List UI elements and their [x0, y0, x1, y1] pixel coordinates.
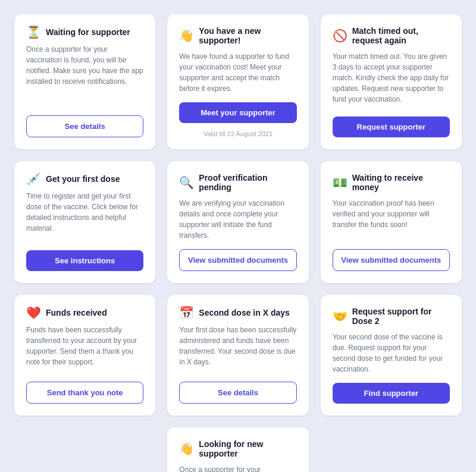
card-btn-new-supporter[interactable]: Meet your supporter — [179, 102, 296, 123]
card-header-request-dose2: 🤝Request support for Dose 2 — [333, 307, 450, 326]
card-title-looking-supporter: Looking for new supporter — [199, 439, 296, 458]
card-desc-first-dose: Time to register and get your first dose… — [26, 191, 143, 242]
card-desc-funds-received: Funds have been successfully transferred… — [26, 325, 143, 373]
card-desc-waiting-supporter: Once a supporter for your vaccination is… — [26, 44, 143, 107]
card-title-request-dose2: Request support for Dose 2 — [352, 307, 450, 326]
card-header-first-dose: 💉Get your first dose — [26, 173, 143, 185]
card-header-proof-verification: 🔍Proof verification pending — [179, 173, 296, 192]
card-icon-proof-verification: 🔍 — [179, 177, 194, 188]
card-desc-match-timed-out: Your match timed out. You are given 3 da… — [333, 51, 450, 108]
card-icon-waiting-money: 💵 — [333, 177, 347, 188]
card-desc-request-dose2: Your second dose of the vaccine is due. … — [333, 332, 450, 375]
card-desc-second-dose: Your first dose has been successfully ad… — [179, 325, 296, 373]
card-icon-waiting-supporter: ⏳ — [26, 26, 41, 38]
card-header-new-supporter: 👋You have a new supporter! — [179, 26, 296, 45]
card-desc-new-supporter: We have found a supporter to fund your v… — [179, 51, 296, 94]
card-btn-funds-received[interactable]: Send thank you note — [26, 382, 143, 404]
card-btn-match-timed-out[interactable]: Request supporter — [333, 117, 450, 137]
card-icon-new-supporter: 👋 — [179, 30, 194, 42]
card-header-waiting-supporter: ⏳Waiting for supporter — [26, 26, 143, 38]
card-title-waiting-supporter: Waiting for supporter — [46, 27, 130, 37]
card-btn-waiting-supporter[interactable]: See details — [26, 115, 143, 137]
card-desc-waiting-money: Your vaccination proof has been verified… — [333, 198, 450, 241]
card-title-proof-verification: Proof verification pending — [199, 173, 296, 192]
card-title-first-dose: Get your first dose — [46, 174, 120, 184]
card-header-second-dose: 📅Second dose in X days — [179, 307, 296, 319]
card-header-waiting-money: 💵Waiting to receive money — [333, 173, 450, 192]
card-match-timed-out: 🚫Match timed out, request againYour matc… — [321, 14, 462, 149]
card-header-match-timed-out: 🚫Match timed out, request again — [333, 26, 450, 45]
card-btn-waiting-money[interactable]: View submitted documents — [333, 249, 450, 271]
card-desc-looking-supporter: Once a supporter for your vaccination is… — [179, 464, 296, 472]
card-looking-supporter: 👋Looking for new supporterOnce a support… — [167, 427, 308, 472]
card-title-new-supporter: You have a new supporter! — [199, 26, 296, 45]
card-waiting-money: 💵Waiting to receive moneyYour vaccinatio… — [321, 161, 462, 283]
card-title-second-dose: Second dose in X days — [199, 308, 290, 317]
card-title-match-timed-out: Match timed out, request again — [352, 26, 450, 45]
card-waiting-supporter: ⏳Waiting for supporterOnce a supporter f… — [14, 14, 155, 149]
card-second-dose: 📅Second dose in X daysYour first dose ha… — [167, 295, 308, 416]
card-request-dose2: 🤝Request support for Dose 2Your second d… — [321, 295, 462, 416]
card-title-waiting-money: Waiting to receive money — [352, 173, 450, 192]
card-icon-first-dose: 💉 — [26, 173, 41, 185]
card-btn-request-dose2[interactable]: Find supporter — [333, 383, 450, 404]
card-icon-match-timed-out: 🚫 — [333, 30, 347, 42]
card-header-funds-received: ❤️Funds received — [26, 307, 143, 319]
card-proof-verification: 🔍Proof verification pendingWe are verify… — [167, 161, 308, 283]
card-desc-proof-verification: We are verifying your vaccination detail… — [179, 198, 296, 241]
card-grid: ⏳Waiting for supporterOnce a supporter f… — [14, 14, 462, 472]
card-icon-looking-supporter: 👋 — [179, 443, 194, 455]
card-title-funds-received: Funds received — [46, 308, 107, 317]
card-btn-first-dose[interactable]: See instructions — [26, 250, 143, 271]
card-icon-request-dose2: 🤝 — [333, 310, 347, 322]
card-icon-funds-received: ❤️ — [26, 307, 41, 319]
card-first-dose: 💉Get your first doseTime to register and… — [14, 161, 155, 283]
card-btn-second-dose[interactable]: See details — [179, 382, 296, 404]
card-header-looking-supporter: 👋Looking for new supporter — [179, 439, 296, 458]
card-btn-proof-verification[interactable]: View submitted documents — [179, 249, 296, 271]
card-new-supporter: 👋You have a new supporter!We have found … — [167, 14, 308, 149]
card-icon-second-dose: 📅 — [179, 307, 194, 319]
card-valid-new-supporter: Valid till 22 August 2021 — [179, 130, 296, 137]
card-funds-received: ❤️Funds receivedFunds have been successf… — [14, 295, 155, 416]
